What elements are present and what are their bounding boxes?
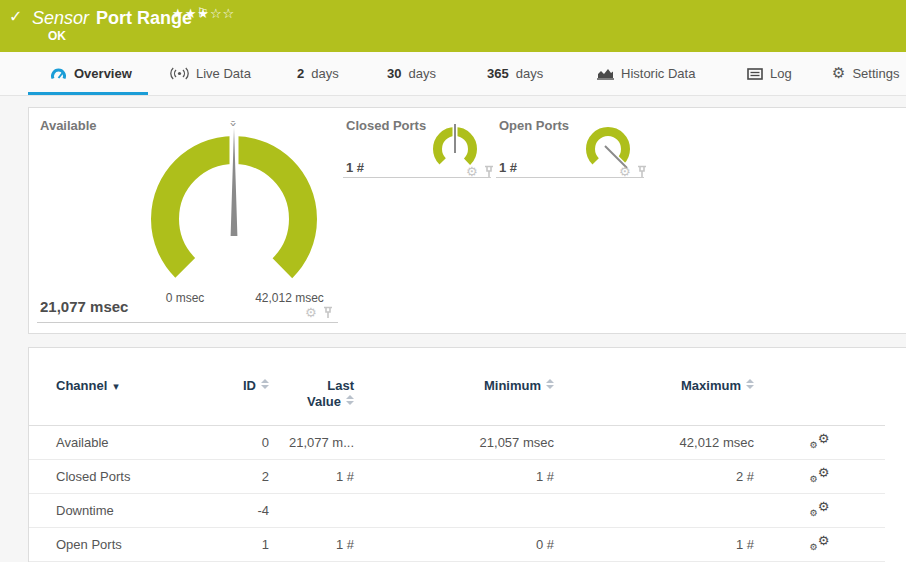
channel-settings-gears-icon[interactable]: ⚙⚙ [810, 500, 830, 518]
tab-overview[interactable]: Overview [50, 52, 132, 95]
tab-30-days-number: 30 [387, 66, 401, 81]
sort-icon [346, 395, 354, 405]
tab-historic-data[interactable]: Historic Data [597, 52, 695, 95]
open-ports-gauge-value: 1 # [499, 160, 517, 175]
column-header-id-label: ID [243, 378, 256, 393]
tab-365-days[interactable]: 365 days [487, 52, 543, 95]
pin-icon[interactable] [323, 306, 333, 319]
table-row-closed-ports[interactable]: Closed Ports 2 1 # 1 # 2 # ⚙⚙ [29, 459, 885, 493]
tab-settings-label: Settings [852, 66, 899, 81]
tab-2-days-number: 2 [297, 66, 304, 81]
sort-direction-caret-icon: ▾ [113, 380, 119, 393]
channel-maximum [554, 493, 754, 527]
channel-maximum: 1 # [554, 527, 754, 561]
active-tab-underline [28, 92, 148, 95]
primary-gauge-value: 21,077 msec [40, 298, 128, 315]
channel-settings-gears-icon[interactable]: ⚙⚙ [810, 534, 830, 552]
tab-30-days[interactable]: 30 days [387, 52, 436, 95]
tab-log-label: Log [770, 66, 792, 81]
channel-name[interactable]: Open Ports [29, 527, 214, 561]
table-row-downtime[interactable]: Downtime -4 ⚙⚙ [29, 493, 885, 527]
channel-name[interactable]: Available [29, 425, 214, 459]
gauge-icon [50, 66, 67, 81]
tab-live-data-label: Live Data [196, 66, 251, 81]
tab-30-days-label: days [408, 66, 435, 81]
channel-settings-gears-icon[interactable]: ⚙⚙ [810, 432, 830, 450]
primary-gauge [139, 124, 329, 314]
column-header-value-label: Value [307, 394, 341, 409]
live-data-icon [170, 67, 189, 80]
sensor-status-badge: OK [48, 29, 66, 43]
channel-maximum: 2 # [554, 459, 754, 493]
status-ok-check-icon: ✓ [9, 7, 22, 26]
channel-id: 2 [214, 459, 269, 493]
tab-2-days-label: days [311, 66, 338, 81]
table-header-row: Channel▾ ID Last Value Minimum Maximum [29, 378, 885, 425]
table-row-available[interactable]: Available 0 21,077 m... 21,057 msec 42,0… [29, 425, 885, 459]
tab-live-data[interactable]: Live Data [170, 52, 251, 95]
channel-last-value: 1 # [269, 527, 354, 561]
channel-minimum: 0 # [354, 527, 554, 561]
channel-minimum: 21,057 msec [354, 425, 554, 459]
column-header-id[interactable]: ID [214, 378, 269, 425]
column-header-maximum-label: Maximum [681, 378, 741, 393]
closed-ports-gauge-title: Closed Ports [346, 118, 426, 133]
cell-divider [37, 322, 338, 323]
channel-settings-gears-icon[interactable]: ⚙⚙ [810, 466, 830, 484]
tab-log[interactable]: Log [747, 52, 792, 95]
column-header-minimum-label: Minimum [484, 378, 541, 393]
cell-divider [343, 177, 491, 178]
channel-id: -4 [214, 493, 269, 527]
sort-icon [546, 379, 554, 389]
tab-2-days[interactable]: 2 days [297, 52, 339, 95]
sensor-type-label: Sensor [32, 8, 89, 28]
tab-bar: Overview Live Data 2 days 30 days 365 da… [0, 52, 906, 96]
column-header-channel-label: Channel [56, 378, 107, 393]
primary-gauge-title: Available [40, 118, 97, 133]
settings-gear-icon: ⚙ [832, 66, 845, 81]
open-ports-gauge-title: Open Ports [499, 118, 569, 133]
gauge-gear-icon[interactable]: ⚙ [305, 306, 317, 319]
log-list-icon [747, 68, 763, 80]
channel-id: 1 [214, 527, 269, 561]
column-header-maximum[interactable]: Maximum [554, 378, 754, 425]
column-header-actions [754, 378, 885, 425]
priority-stars[interactable]: ★★★☆☆ [172, 6, 235, 21]
overview-gauges-panel: Available x̄ 0 msec 42,012 msec 21,077 m… [28, 107, 906, 334]
historic-chart-icon [597, 67, 614, 80]
primary-gauge-scale-max: 42,012 msec [242, 291, 337, 305]
cell-divider [496, 177, 644, 178]
channel-id: 0 [214, 425, 269, 459]
closed-ports-gauge-value: 1 # [346, 160, 364, 175]
sensor-header: ✓ SensorPort Range⚐ ★★★☆☆ OK [0, 0, 906, 52]
channel-name[interactable]: Downtime [29, 493, 214, 527]
primary-gauge-scale-min: 0 msec [155, 291, 215, 305]
channels-table-panel: Channel▾ ID Last Value Minimum Maximum [28, 347, 906, 562]
channel-maximum: 42,012 msec [554, 425, 754, 459]
column-header-last-label: Last [327, 378, 354, 393]
column-header-channel[interactable]: Channel▾ [29, 378, 214, 425]
tab-365-days-label: days [516, 66, 543, 81]
channel-last-value [269, 493, 354, 527]
channels-table: Channel▾ ID Last Value Minimum Maximum [29, 378, 885, 562]
channel-name[interactable]: Closed Ports [29, 459, 214, 493]
tab-365-days-number: 365 [487, 66, 509, 81]
tab-historic-data-label: Historic Data [621, 66, 695, 81]
table-row-open-ports[interactable]: Open Ports 1 1 # 0 # 1 # ⚙⚙ [29, 527, 885, 561]
channel-last-value: 21,077 m... [269, 425, 354, 459]
tab-settings[interactable]: ⚙ Settings [832, 52, 899, 95]
column-header-minimum[interactable]: Minimum [354, 378, 554, 425]
channel-last-value: 1 # [269, 459, 354, 493]
channel-minimum: 1 # [354, 459, 554, 493]
tab-overview-label: Overview [74, 66, 132, 81]
column-header-last-value[interactable]: Last Value [269, 378, 354, 425]
sort-icon [261, 379, 269, 389]
primary-gauge-actions: ⚙ [305, 306, 333, 319]
channel-minimum [354, 493, 554, 527]
sort-icon [746, 379, 754, 389]
